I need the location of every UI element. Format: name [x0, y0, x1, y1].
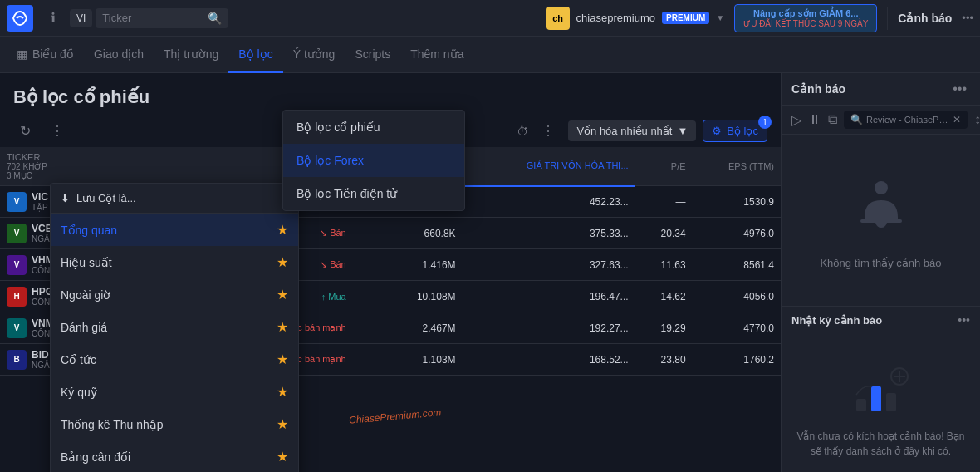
pe: 19.29 [635, 312, 693, 344]
eps: 8561.4 [693, 249, 781, 281]
save-columns-button[interactable]: ⬇ Lưu Cột là... [51, 184, 298, 214]
column-group-item[interactable]: Ngoài giờ★ [51, 278, 298, 311]
alert-log-more-icon[interactable]: ••• [958, 313, 970, 327]
right-panel-empty-text: Không tìm thấy cảnh báo [820, 257, 941, 269]
column-group-label: Tổng quan [61, 224, 117, 237]
search-tab[interactable]: 🔍 Review - ChiasePremium.cc ✕ [844, 111, 968, 129]
star-icon[interactable]: ★ [277, 254, 288, 270]
alert-log-section: Nhật ký cảnh báo ••• [782, 306, 980, 340]
avatar: ch [546, 7, 570, 30]
page-title: Bộ lọc cổ phiếu [0, 73, 781, 115]
th-von-hoa: GIÁ TRỊ VỐN HÓA THỊ... [463, 147, 635, 186]
column-group-item[interactable]: Bảng cân đối★ [51, 440, 298, 472]
nav-bo-loc[interactable]: Bộ lọc [228, 37, 282, 73]
bell-icon [848, 171, 914, 250]
info-icon[interactable]: ℹ [40, 5, 66, 32]
nav-giao-dich-label: Giao dịch [94, 47, 144, 61]
von-hoa: 375.33... [463, 218, 635, 249]
filter-label: Bộ lọc [727, 125, 758, 137]
right-panel-empty: Không tìm thấy cảnh báo [782, 135, 980, 306]
column-group-label: Ký quỹ [61, 386, 97, 399]
column-group-label: Ngoài giờ [61, 288, 110, 302]
th-change-pct [105, 147, 173, 186]
svg-rect-2 [856, 399, 866, 411]
ticker-avatar: H [7, 287, 27, 307]
right-panel-more-icon[interactable]: ••• [949, 80, 970, 98]
von-hoa: 327.63... [463, 249, 635, 281]
search-input[interactable] [102, 12, 203, 24]
star-icon[interactable]: ★ [277, 352, 288, 367]
dropdown-tien-dien-tu[interactable]: Bộ lọc Tiền điện tử [283, 177, 464, 210]
von-hoa: 452.23... [463, 186, 635, 218]
right-panel: Cảnh báo ••• ▷ ⏸ ⧉ 🔍 Review - ChiasePrem… [781, 73, 980, 472]
khoi-luong: 2.467M [353, 312, 463, 344]
eps: 1530.9 [693, 186, 781, 218]
star-icon[interactable]: ★ [277, 416, 288, 432]
nav-y-tuong[interactable]: Ý tưởng [283, 37, 345, 73]
nav-them-nua-label: Thêm nữa [410, 47, 463, 61]
sort-label: Vốn hóa nhiều nhất [576, 125, 672, 137]
dropdown-forex[interactable]: Bộ lọc Forex [283, 144, 464, 177]
copy-icon[interactable]: ⧉ [828, 112, 837, 127]
search-tab-close-icon[interactable]: ✕ [953, 114, 961, 125]
star-icon[interactable]: ★ [277, 287, 288, 302]
nav-scripts-label: Scripts [355, 47, 390, 61]
alert-log-header: Nhật ký cảnh báo ••• [791, 313, 970, 327]
promo-button[interactable]: Nâng cấp sớm GIẢM 6... ƯU ĐÃI KẾT THÚC S… [734, 4, 877, 32]
alert-log-empty-text: Vẫn chưa có kích hoạt cảnh báo! Bạn sẽ t… [795, 429, 967, 459]
column-group-item[interactable]: Cổ tức★ [51, 343, 298, 376]
user-chevron-icon[interactable]: ▼ [716, 13, 724, 22]
column-group-item[interactable]: Hiệu suất★ [51, 246, 298, 278]
schedule-icon: ⏱ [517, 125, 528, 138]
lang-selector[interactable]: VI [70, 9, 92, 27]
nav-y-tuong-label: Ý tưởng [293, 47, 336, 61]
play-icon[interactable]: ▷ [791, 112, 801, 128]
search-box[interactable]: 🔍 [96, 8, 228, 28]
save-columns-label: Lưu Cột là... [76, 192, 136, 204]
more-button[interactable]: ⋮ [44, 120, 71, 142]
column-group-item[interactable]: Thống kê Thu nhập★ [51, 408, 298, 440]
dropdown-co-phieu[interactable]: Bộ lọc cổ phiếu [283, 111, 464, 144]
refresh-button[interactable]: ↻ [13, 120, 37, 142]
right-panel-header: Cảnh báo ••• [782, 73, 980, 106]
sort-dropdown[interactable]: Vốn hóa nhiều nhất ▼ [568, 120, 696, 141]
sort-icon[interactable]: ↕ [974, 112, 980, 127]
khoi-luong: 1.103M [353, 344, 463, 376]
logo[interactable] [7, 5, 33, 32]
pause-icon[interactable]: ⏸ [808, 112, 821, 127]
columns-button[interactable]: ⋮ [535, 120, 561, 142]
column-group-item[interactable]: Tổng quan★ [51, 214, 298, 246]
alert-log-empty: Vẫn chưa có kích hoạt cảnh báo! Bạn sẽ t… [782, 340, 980, 472]
chart-placeholder-icon [848, 353, 914, 422]
nav-bo-loc-label: Bộ lọc [238, 47, 272, 61]
download-icon: ⬇ [61, 192, 70, 204]
column-group-label: Cổ tức [61, 353, 96, 366]
search-icon: 🔍 [208, 12, 222, 25]
eps: 4976.0 [693, 218, 781, 249]
right-panel-more-top[interactable]: ••• [962, 12, 973, 24]
ticker-avatar: V [7, 192, 27, 212]
nav-giao-dich[interactable]: Giao dịch [84, 37, 154, 73]
nav-scripts[interactable]: Scripts [345, 37, 400, 73]
chart-icon: ▦ [17, 47, 27, 61]
bo-loc-dropdown: Bộ lọc cổ phiếu Bộ lọc Forex Bộ lọc Tiền… [282, 110, 465, 211]
filter-button[interactable]: ⚙ Bộ lọc 1 [703, 120, 767, 142]
star-icon[interactable]: ★ [277, 384, 288, 400]
nav-them-nua[interactable]: Thêm nữa [400, 37, 473, 73]
th-pe: P/E [635, 147, 693, 186]
nav-bieu-do[interactable]: ▦ Biểu đồ [7, 37, 84, 73]
column-group-item[interactable]: Đánh giá★ [51, 311, 298, 343]
star-icon[interactable]: ★ [277, 449, 288, 465]
column-group-item[interactable]: Ký quỹ★ [51, 376, 298, 408]
star-icon[interactable]: ★ [277, 222, 288, 238]
filter-badge: 1 [758, 116, 772, 129]
eps: 1760.2 [693, 344, 781, 376]
star-icon[interactable]: ★ [277, 319, 288, 335]
nav-bieu-do-label: Biểu đồ [32, 47, 74, 61]
column-group-label: Hiệu suất [61, 256, 112, 269]
nav-thi-truong[interactable]: Thị trường [154, 37, 228, 73]
topbar: ℹ VI 🔍 ch chiasepremiumo PREMIUM ▼ Nâng … [0, 0, 980, 37]
svg-rect-1 [860, 219, 902, 223]
pe: 23.80 [635, 344, 693, 376]
von-hoa: 168.52... [463, 344, 635, 376]
